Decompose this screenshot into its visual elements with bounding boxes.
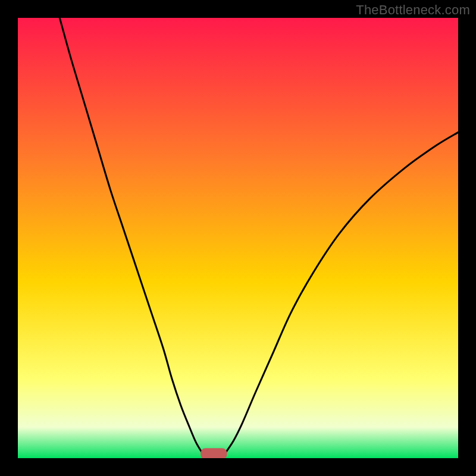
bottleneck-marker bbox=[201, 448, 227, 458]
watermark-text: TheBottleneck.com bbox=[356, 2, 470, 18]
gradient-background bbox=[18, 18, 458, 458]
chart-svg bbox=[18, 18, 458, 458]
chart-frame: TheBottleneck.com bbox=[0, 0, 476, 476]
plot-area bbox=[18, 18, 458, 458]
